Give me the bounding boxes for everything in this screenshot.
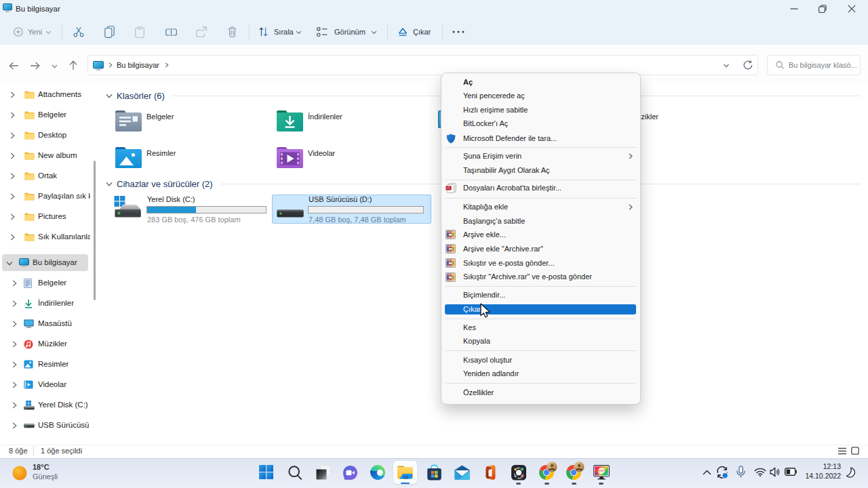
svg-text:KMP: KMP bbox=[599, 470, 605, 472]
